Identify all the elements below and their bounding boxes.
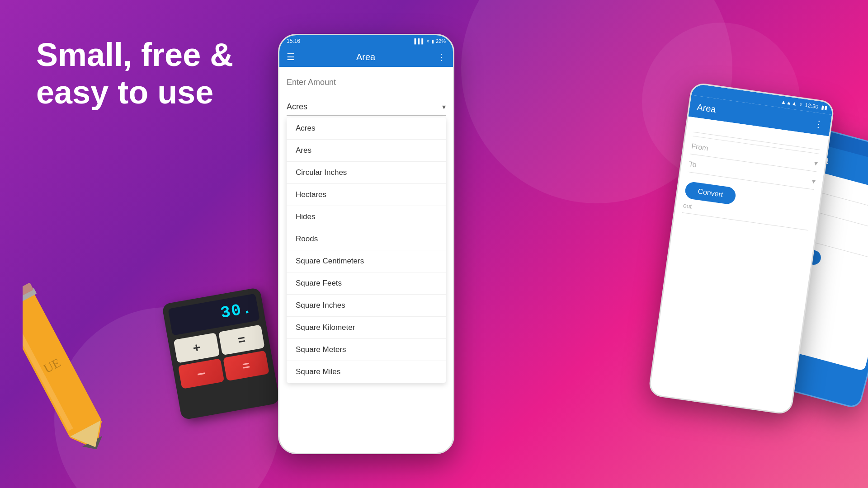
dropdown-item-circular-inches[interactable]: Circular Inches	[287, 162, 446, 184]
pencil-illustration: UE	[23, 262, 167, 452]
phone2-time: 12:30	[805, 102, 819, 110]
phone2-app-title: Area	[696, 102, 717, 115]
more-options-icon[interactable]: ⋮	[437, 52, 446, 62]
calculator-display-value: 30.	[219, 299, 254, 323]
calculator-body: 30. + = − =	[162, 287, 280, 420]
calc-equals-button-1: =	[218, 324, 265, 355]
battery-icon: ▮	[431, 38, 434, 44]
phone2-battery-icon: ▮▮	[821, 104, 828, 112]
hamburger-menu-icon[interactable]: ☰	[287, 52, 295, 62]
headline: Small, free & easy to use	[36, 36, 233, 111]
convert-button[interactable]: Convert	[684, 181, 736, 205]
phone2-from-label: From	[691, 142, 708, 152]
phone2-signal-icon: ▲▲▲	[780, 99, 797, 107]
phone-second-content: From ▾ To ▾ Convert out	[673, 117, 829, 244]
dropdown-item-roods[interactable]: Roods	[287, 228, 446, 250]
dropdown-item-square-meters[interactable]: Square Meters	[287, 339, 446, 361]
dropdown-item-square-feets[interactable]: Square Feets	[287, 272, 446, 295]
phone2-more-icon[interactable]: ⋮	[813, 118, 824, 130]
headline-line2: easy to use	[36, 74, 233, 111]
dropdown-item-hectares[interactable]: Hectares	[287, 184, 446, 206]
dropdown-item-hides[interactable]: Hides	[287, 206, 446, 228]
phone-main-status-bar: 15:16 ▌▌▌ ▿ ▮ 22%	[279, 35, 453, 47]
phone2-to-arrow: ▾	[811, 177, 816, 186]
phone-main: 15:16 ▌▌▌ ▿ ▮ 22% ☰ Area ⋮ Acres ▾ Acres…	[278, 34, 454, 454]
phone2-to-label: To	[689, 160, 697, 169]
wifi-icon: ▿	[427, 38, 429, 44]
pencil-svg: UE	[23, 262, 167, 452]
dropdown-arrow-icon: ▾	[442, 103, 446, 111]
phone2-wifi-icon: ▿	[799, 101, 803, 108]
dropdown-item-square-centimeters[interactable]: Square Centimeters	[287, 250, 446, 272]
headline-line1: Small, free &	[36, 36, 233, 74]
phone-main-app-bar[interactable]: ☰ Area ⋮	[279, 47, 453, 67]
app-title: Area	[302, 52, 429, 62]
dropdown-item-ares[interactable]: Ares	[287, 140, 446, 162]
phone2-output-label: out	[683, 202, 693, 210]
dropdown-item-acres[interactable]: Acres	[287, 117, 446, 140]
calculator-buttons: + = − =	[174, 324, 269, 389]
dropdown-item-square-kilometer[interactable]: Square Kilometer	[287, 317, 446, 339]
calc-equals-button-2: =	[223, 351, 269, 381]
calc-minus-button: −	[178, 358, 225, 389]
from-unit-dropdown[interactable]: Acres ▾	[287, 99, 446, 116]
dropdown-item-square-miles[interactable]: Square Miles	[287, 361, 446, 383]
signal-icon: ▌▌▌	[415, 38, 425, 44]
battery-percent: 22%	[436, 38, 446, 44]
calculator-illustration: 30. + = − =	[162, 285, 295, 429]
dropdown-item-square-inches[interactable]: Square Inches	[287, 295, 446, 317]
calc-plus-button: +	[174, 333, 220, 363]
phone-main-content: Acres ▾ Acres Ares Circular Inches Hecta…	[279, 67, 453, 390]
unit-dropdown-list: Acres Ares Circular Inches Hectares Hide…	[287, 117, 446, 383]
status-icons: ▌▌▌ ▿ ▮ 22%	[415, 38, 446, 44]
phone2-output: out	[682, 202, 810, 230]
from-unit-label: Acres	[287, 102, 307, 112]
status-time: 15:16	[287, 38, 300, 44]
amount-input[interactable]	[287, 74, 446, 91]
phone2-from-arrow: ▾	[814, 159, 819, 168]
